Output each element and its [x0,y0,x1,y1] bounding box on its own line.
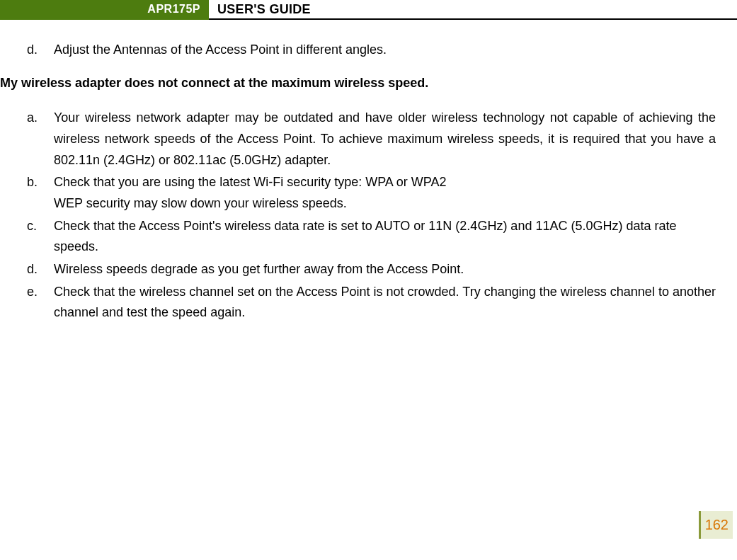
list-text: Check that you are using the latest Wi-F… [54,172,716,214]
page-header: APR175P USER'S GUIDE [0,0,737,20]
list-item: d. Wireless speeds degrade as you get fu… [27,259,716,280]
list-item: e. Check that the wireless channel set o… [27,282,716,324]
list-marker: e. [27,282,54,324]
list-text: Wireless speeds degrade as you get furth… [54,259,716,280]
list-text-line: WEP security may slow down your wireless… [54,196,347,210]
page-content: d. Adjust the Antennas of the Access Poi… [0,20,737,324]
list-text: Check that the Access Point's wireless d… [54,216,716,258]
list-marker: c. [27,216,54,258]
list-marker: b. [27,172,54,214]
list-marker: d. [27,259,54,280]
section-heading: My wireless adapter does not connect at … [0,76,716,91]
list-marker: d. [27,41,54,59]
page-number: 162 [699,511,733,539]
list-text: Check that the wireless channel set on t… [54,282,716,324]
header-title: USER'S GUIDE [209,0,737,20]
list-text-line: Check that you are using the latest Wi-F… [54,175,447,189]
list-item: c. Check that the Access Point's wireles… [27,216,716,258]
list-item: b. Check that you are using the latest W… [27,172,716,214]
list-text: Your wireless network adapter may be out… [54,108,716,171]
list-main: a. Your wireless network adapter may be … [27,108,716,324]
list-item-top: d. Adjust the Antennas of the Access Poi… [27,41,716,59]
header-model: APR175P [0,0,209,20]
list-marker: a. [27,108,54,171]
list-text: Adjust the Antennas of the Access Point … [54,41,387,59]
list-item: a. Your wireless network adapter may be … [27,108,716,171]
